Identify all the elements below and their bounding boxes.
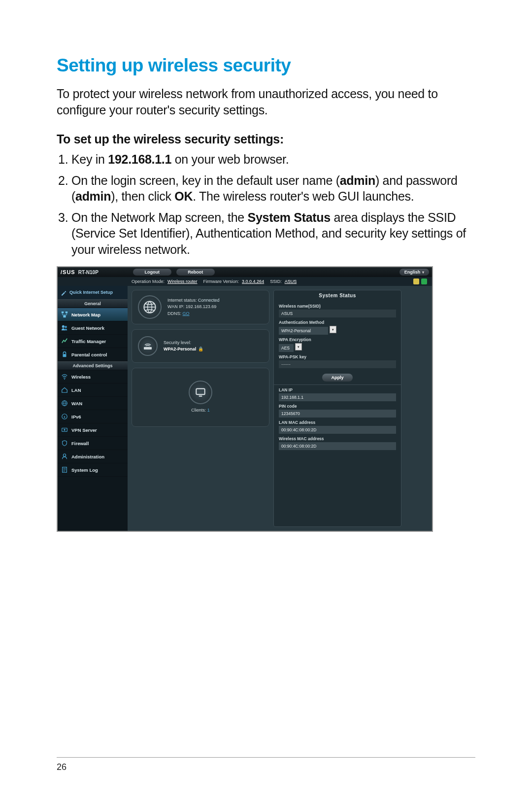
ssid-label: SSID: <box>270 279 282 284</box>
chevron-down-icon[interactable]: ▾ <box>330 326 336 333</box>
traffic-icon <box>61 338 68 345</box>
label: WAN IP: <box>167 304 184 309</box>
svg-rect-17 <box>199 396 202 397</box>
svg-rect-1 <box>66 312 67 314</box>
label: DDNS: <box>167 311 181 316</box>
info-icons <box>413 279 427 284</box>
sidebar-item-label: Administration <box>71 454 104 459</box>
system-status-title: System Status <box>274 290 401 301</box>
apply-button[interactable]: Apply <box>322 374 352 382</box>
pin-value: 12345670 <box>279 410 396 418</box>
main-content: Internet status: Connected WAN IP: 192.1… <box>128 286 432 531</box>
psk-input[interactable]: ········ <box>279 360 396 368</box>
text: Key in <box>71 152 108 166</box>
ssid-value[interactable]: ASUS <box>285 279 297 284</box>
gui-infobar: Operation Mode: Wireless router Firmware… <box>58 277 432 286</box>
svg-rect-5 <box>63 354 66 357</box>
opmode-value[interactable]: Wireless router <box>167 279 198 284</box>
globe-large-icon <box>138 295 162 319</box>
psk-label: WPA-PSK key <box>279 354 396 359</box>
wmac-value: 00:90:4C:08:00:2D <box>279 442 396 450</box>
sidebar-item-ipv6[interactable]: 6 IPv6 <box>58 410 128 423</box>
chevron-down-icon[interactable]: ▾ <box>295 343 302 350</box>
enc-select[interactable]: AES <box>279 344 294 352</box>
text: ), then click <box>111 189 174 203</box>
router-gui: /SUS RT-N10P Logout Reboot English Opera… <box>57 266 433 532</box>
footer-rule <box>57 757 475 758</box>
auth-select[interactable]: WPA2-Personal <box>279 327 328 335</box>
lanip-label: LAN IP <box>279 387 396 392</box>
sidebar-item-lan[interactable]: LAN <box>58 384 128 397</box>
document-page: Setting up wireless security To protect … <box>0 0 532 532</box>
home-icon <box>61 386 68 393</box>
status-cards: Internet status: Connected WAN IP: 192.1… <box>132 290 269 527</box>
system-status-panel: System Status Wireless name(SSID) ASUS A… <box>273 290 401 527</box>
sidebar-item-guest-network[interactable]: Guest Network <box>58 321 128 335</box>
lanmac-value: 00:90:4C:08:00:2D <box>279 426 396 434</box>
auth-label: Authentication Method <box>279 320 396 325</box>
sidebar-item-administration[interactable]: Administration <box>58 450 128 463</box>
sidebar-item-label: Wireless <box>71 374 91 380</box>
text-bold: admin <box>75 189 111 203</box>
svg-point-11 <box>64 429 66 431</box>
step-3: On the Network Map screen, the System St… <box>71 209 475 258</box>
internet-card[interactable]: Internet status: Connected WAN IP: 192.1… <box>132 290 269 324</box>
guest-icon <box>61 324 68 331</box>
steps-list: Key in 192.168.1.1 on your web browser. … <box>57 151 475 257</box>
logout-button[interactable]: Logout <box>133 269 171 276</box>
value: 192.168.123.69 <box>186 304 217 309</box>
sidebar-item-traffic-manager[interactable]: Traffic Manager <box>58 335 128 348</box>
fw-value[interactable]: 3.0.0.4.264 <box>242 279 264 284</box>
lock-icon <box>61 351 68 358</box>
ssid-input[interactable]: ASUS <box>279 310 396 317</box>
ip-address: 192.168.1.1 <box>108 152 171 166</box>
gui-titlebar: /SUS RT-N10P Logout Reboot English <box>58 267 432 277</box>
network-icon[interactable] <box>421 279 427 284</box>
sidebar-item-system-log[interactable]: System Log <box>58 463 128 477</box>
usb-icon[interactable] <box>413 279 419 284</box>
shield-icon <box>61 440 68 447</box>
padlock-icon: 🔒 <box>198 347 203 351</box>
lanip-value: 192.168.1.1 <box>279 393 396 401</box>
step-1: Key in 192.168.1.1 on your web browser. <box>71 151 475 168</box>
security-card[interactable]: Security level: WPA2-Personal🔒 <box>132 329 269 363</box>
svg-rect-16 <box>196 389 204 395</box>
text: On the login screen, key in the default … <box>71 174 340 187</box>
intro-paragraph: To protect your wireless network from un… <box>57 86 475 118</box>
sidebar-qis[interactable]: Quick Internet Setup <box>58 286 128 299</box>
clients-card[interactable]: Clients: 1 <box>132 368 269 427</box>
label: Clients: <box>191 408 206 413</box>
sidebar-item-wireless[interactable]: Wireless <box>58 370 128 384</box>
wand-icon <box>61 290 66 296</box>
fw-label: Firmware Version: <box>203 279 239 284</box>
sidebar-section-general: General <box>58 299 128 308</box>
ddns-link[interactable]: GO <box>183 311 190 316</box>
sidebar-item-wan[interactable]: WAN <box>58 397 128 410</box>
text-bold: OK <box>174 189 193 203</box>
sidebar-item-label: Parental control <box>71 352 107 357</box>
lanmac-label: LAN MAC address <box>279 420 396 425</box>
sidebar-item-parental-control[interactable]: Parental control <box>58 348 128 361</box>
admin-icon <box>61 453 68 460</box>
router-icon <box>138 336 158 356</box>
text-bold: System Status <box>248 210 331 224</box>
text: on your web browser. <box>171 152 289 166</box>
opmode-label: Operation Mode: <box>132 279 165 284</box>
value: 1 <box>207 408 210 413</box>
top-right: English <box>399 269 429 276</box>
sidebar-item-firewall[interactable]: Firewall <box>58 437 128 450</box>
sidebar-item-vpn-server[interactable]: VPN Server <box>58 423 128 437</box>
pin-label: PIN code <box>279 404 396 409</box>
svg-point-12 <box>63 454 66 456</box>
security-card-text: Security level: WPA2-Personal🔒 <box>164 340 203 352</box>
language-dropdown[interactable]: English <box>399 269 429 276</box>
label: Security level: <box>164 340 203 346</box>
gui-body: Quick Internet Setup General Network Map… <box>58 286 432 531</box>
wifi-icon <box>61 373 68 380</box>
svg-rect-2 <box>63 315 66 317</box>
clients-card-text: Clients: 1 <box>191 407 210 414</box>
text-bold: admin <box>340 174 375 187</box>
sidebar-item-label: Traffic Manager <box>71 339 106 344</box>
sidebar-item-network-map[interactable]: Network Map <box>58 308 128 321</box>
reboot-button[interactable]: Reboot <box>176 269 215 276</box>
